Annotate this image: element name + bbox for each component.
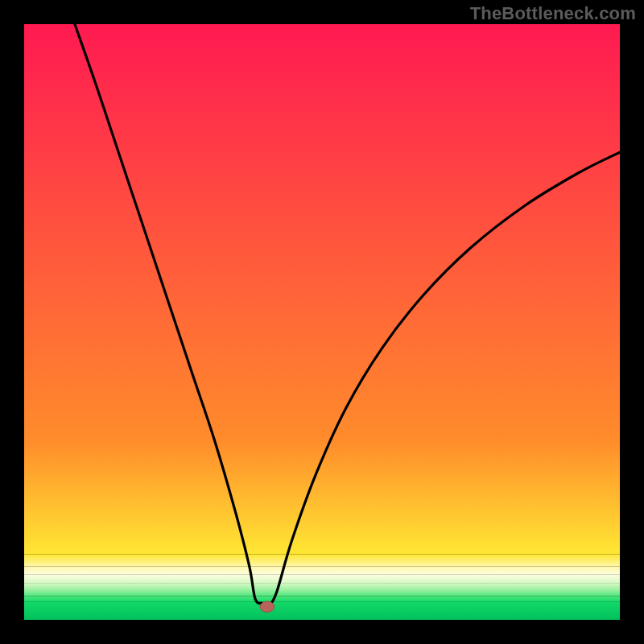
svg-rect-7: [24, 596, 620, 601]
svg-rect-3: [24, 566, 620, 574]
bottleneck-chart: [24, 24, 620, 620]
svg-rect-2: [24, 555, 620, 567]
svg-rect-5: [24, 583, 620, 590]
plot-area: [24, 24, 620, 620]
svg-rect-6: [24, 590, 620, 596]
gradient-background: [24, 24, 620, 620]
svg-rect-8: [24, 602, 620, 620]
svg-rect-0: [24, 24, 620, 441]
outer-frame: TheBottleneck.com: [0, 0, 644, 644]
svg-rect-4: [24, 575, 620, 583]
minimum-marker: [260, 601, 275, 612]
watermark-text: TheBottleneck.com: [470, 3, 636, 24]
